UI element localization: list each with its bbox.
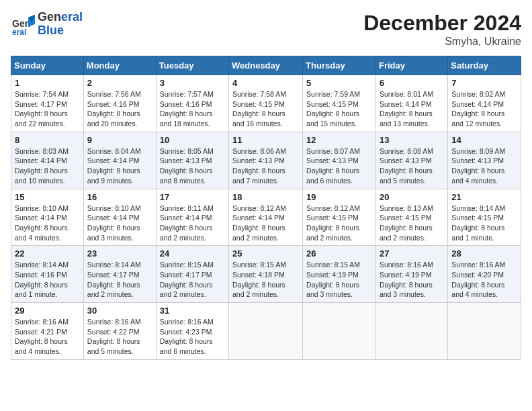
day-number: 23: [87, 248, 152, 259]
calendar-cell: 29Sunrise: 8:16 AMSunset: 4:21 PMDayligh…: [11, 303, 84, 360]
day-number: 11: [232, 135, 299, 145]
logo-blue: Blue: [38, 24, 83, 38]
day-number: 12: [306, 135, 372, 145]
day-number: 30: [87, 306, 152, 316]
col-header-sunday: Sunday: [11, 56, 84, 75]
day-number: 20: [380, 192, 444, 202]
day-number: 28: [451, 248, 517, 259]
day-info: Sunrise: 8:12 AMSunset: 4:15 PMDaylight:…: [306, 203, 372, 243]
day-number: 9: [87, 135, 152, 145]
day-number: 27: [380, 248, 444, 259]
day-number: 3: [160, 78, 225, 88]
col-header-friday: Friday: [375, 56, 447, 75]
day-info: Sunrise: 8:15 AMSunset: 4:17 PMDaylight:…: [160, 260, 225, 300]
day-number: 4: [232, 78, 299, 88]
day-number: 29: [15, 306, 80, 316]
day-number: 5: [306, 78, 372, 88]
day-number: 31: [160, 306, 225, 316]
day-number: 8: [15, 135, 80, 145]
day-info: Sunrise: 8:11 AMSunset: 4:14 PMDaylight:…: [160, 203, 225, 243]
day-number: 17: [160, 192, 225, 202]
day-info: Sunrise: 8:16 AMSunset: 4:22 PMDaylight:…: [87, 317, 152, 357]
day-number: 24: [160, 248, 225, 259]
day-number: 14: [451, 135, 517, 145]
day-info: Sunrise: 8:10 AMSunset: 4:14 PMDaylight:…: [15, 203, 80, 243]
day-info: Sunrise: 7:58 AMSunset: 4:15 PMDaylight:…: [232, 89, 299, 129]
day-number: 26: [306, 248, 372, 259]
day-number: 22: [15, 248, 80, 259]
calendar-cell: 27Sunrise: 8:16 AMSunset: 4:19 PMDayligh…: [375, 246, 447, 303]
calendar-cell: 23Sunrise: 8:14 AMSunset: 4:17 PMDayligh…: [83, 246, 156, 303]
day-number: 6: [380, 78, 444, 88]
calendar-cell: [375, 303, 447, 360]
calendar-week-2: 8Sunrise: 8:03 AMSunset: 4:14 PMDaylight…: [11, 132, 521, 189]
calendar-week-3: 15Sunrise: 8:10 AMSunset: 4:14 PMDayligh…: [11, 189, 521, 246]
day-number: 21: [451, 192, 517, 202]
day-info: Sunrise: 8:05 AMSunset: 4:13 PMDaylight:…: [160, 146, 225, 186]
day-number: 1: [15, 78, 80, 88]
calendar-cell: 21Sunrise: 8:14 AMSunset: 4:15 PMDayligh…: [448, 189, 521, 246]
calendar-cell: 5Sunrise: 7:59 AMSunset: 4:15 PMDaylight…: [303, 75, 376, 132]
day-info: Sunrise: 8:04 AMSunset: 4:14 PMDaylight:…: [87, 146, 152, 186]
day-number: 10: [160, 135, 225, 145]
calendar-table: SundayMondayTuesdayWednesdayThursdayFrid…: [11, 56, 521, 360]
day-info: Sunrise: 8:09 AMSunset: 4:13 PMDaylight:…: [451, 146, 517, 186]
calendar-cell: 14Sunrise: 8:09 AMSunset: 4:13 PMDayligh…: [448, 132, 521, 189]
logo: Gen eral General Blue: [11, 11, 83, 38]
calendar-cell: 19Sunrise: 8:12 AMSunset: 4:15 PMDayligh…: [303, 189, 376, 246]
calendar-cell: 18Sunrise: 8:12 AMSunset: 4:14 PMDayligh…: [229, 189, 303, 246]
calendar-cell: 24Sunrise: 8:15 AMSunset: 4:17 PMDayligh…: [156, 246, 228, 303]
calendar-week-1: 1Sunrise: 7:54 AMSunset: 4:17 PMDaylight…: [11, 75, 521, 132]
col-header-wednesday: Wednesday: [229, 56, 303, 75]
calendar-cell: 22Sunrise: 8:14 AMSunset: 4:16 PMDayligh…: [11, 246, 84, 303]
day-info: Sunrise: 8:14 AMSunset: 4:17 PMDaylight:…: [87, 260, 152, 300]
col-header-saturday: Saturday: [448, 56, 521, 75]
day-info: Sunrise: 8:16 AMSunset: 4:19 PMDaylight:…: [380, 260, 444, 300]
day-info: Sunrise: 7:54 AMSunset: 4:17 PMDaylight:…: [15, 89, 80, 129]
calendar-header-row: SundayMondayTuesdayWednesdayThursdayFrid…: [11, 56, 521, 75]
calendar-cell: 4Sunrise: 7:58 AMSunset: 4:15 PMDaylight…: [229, 75, 303, 132]
calendar-cell: 25Sunrise: 8:15 AMSunset: 4:18 PMDayligh…: [229, 246, 303, 303]
calendar-cell: 3Sunrise: 7:57 AMSunset: 4:16 PMDaylight…: [156, 75, 228, 132]
day-info: Sunrise: 7:56 AMSunset: 4:16 PMDaylight:…: [87, 89, 152, 129]
calendar-cell: 9Sunrise: 8:04 AMSunset: 4:14 PMDaylight…: [83, 132, 156, 189]
calendar-cell: [229, 303, 303, 360]
calendar-cell: 11Sunrise: 8:06 AMSunset: 4:13 PMDayligh…: [229, 132, 303, 189]
day-info: Sunrise: 8:06 AMSunset: 4:13 PMDaylight:…: [232, 146, 299, 186]
day-info: Sunrise: 7:57 AMSunset: 4:16 PMDaylight:…: [160, 89, 225, 129]
calendar-cell: [303, 303, 376, 360]
day-info: Sunrise: 8:16 AMSunset: 4:20 PMDaylight:…: [451, 260, 517, 300]
calendar-week-4: 22Sunrise: 8:14 AMSunset: 4:16 PMDayligh…: [11, 246, 521, 303]
calendar-cell: 10Sunrise: 8:05 AMSunset: 4:13 PMDayligh…: [156, 132, 228, 189]
day-number: 2: [87, 78, 152, 88]
day-number: 25: [232, 248, 299, 259]
day-info: Sunrise: 7:59 AMSunset: 4:15 PMDaylight:…: [306, 89, 372, 129]
calendar-cell: 2Sunrise: 7:56 AMSunset: 4:16 PMDaylight…: [83, 75, 156, 132]
calendar-cell: 6Sunrise: 8:01 AMSunset: 4:14 PMDaylight…: [375, 75, 447, 132]
day-number: 13: [380, 135, 444, 145]
day-number: 18: [232, 192, 299, 202]
calendar-cell: 8Sunrise: 8:03 AMSunset: 4:14 PMDaylight…: [11, 132, 84, 189]
title-block: December 2024 Smyha, Ukraine: [363, 11, 521, 48]
calendar-cell: 26Sunrise: 8:15 AMSunset: 4:19 PMDayligh…: [303, 246, 376, 303]
calendar-cell: 16Sunrise: 8:10 AMSunset: 4:14 PMDayligh…: [83, 189, 156, 246]
page-subtitle: Smyha, Ukraine: [363, 36, 521, 48]
day-info: Sunrise: 8:16 AMSunset: 4:21 PMDaylight:…: [15, 317, 80, 357]
day-info: Sunrise: 8:13 AMSunset: 4:15 PMDaylight:…: [380, 203, 444, 243]
day-info: Sunrise: 8:08 AMSunset: 4:13 PMDaylight:…: [380, 146, 444, 186]
day-number: 7: [451, 78, 517, 88]
day-info: Sunrise: 8:15 AMSunset: 4:19 PMDaylight:…: [306, 260, 372, 300]
calendar-cell: [448, 303, 521, 360]
calendar-cell: 13Sunrise: 8:08 AMSunset: 4:13 PMDayligh…: [375, 132, 447, 189]
calendar-cell: 1Sunrise: 7:54 AMSunset: 4:17 PMDaylight…: [11, 75, 84, 132]
day-info: Sunrise: 8:07 AMSunset: 4:13 PMDaylight:…: [306, 146, 372, 186]
calendar-week-5: 29Sunrise: 8:16 AMSunset: 4:21 PMDayligh…: [11, 303, 521, 360]
col-header-monday: Monday: [83, 56, 156, 75]
day-info: Sunrise: 8:15 AMSunset: 4:18 PMDaylight:…: [232, 260, 299, 300]
col-header-thursday: Thursday: [303, 56, 376, 75]
day-info: Sunrise: 8:03 AMSunset: 4:14 PMDaylight:…: [15, 146, 80, 186]
day-info: Sunrise: 8:02 AMSunset: 4:14 PMDaylight:…: [451, 89, 517, 129]
day-number: 16: [87, 192, 152, 202]
col-header-tuesday: Tuesday: [156, 56, 228, 75]
day-info: Sunrise: 8:10 AMSunset: 4:14 PMDaylight:…: [87, 203, 152, 243]
